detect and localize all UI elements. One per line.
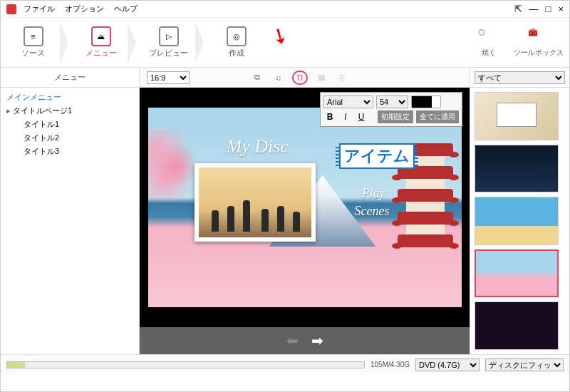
toolbox-button[interactable]: 🧰 ツールボックス [514, 28, 564, 58]
fontsize-select[interactable]: 54 [376, 96, 408, 108]
applyall-button[interactable]: 全てに適用 [416, 110, 459, 123]
item-textbox[interactable]: アイテム [339, 143, 415, 169]
disc-title[interactable]: My Disc [227, 136, 289, 158]
filter-select[interactable]: すべて [475, 71, 565, 84]
menubar: ファイル オプション ヘルプ [24, 4, 514, 14]
template-item[interactable] [475, 92, 559, 140]
minimize-icon[interactable]: — [529, 4, 539, 14]
chevron-icon [195, 21, 209, 64]
template-item[interactable] [475, 301, 559, 350]
template-panel: すべて [470, 68, 569, 354]
next-page-icon[interactable]: ➡ [311, 332, 323, 349]
window-buttons: ⇱ — □ × [514, 4, 564, 14]
image-icon: ⛰ [91, 26, 111, 46]
toolbar: ≡ ソース ⛰ メニュー ▷ プレビュー ◎ 作成 ➘ ⬡ 焼く 🧰 ツールボッ… [1, 18, 569, 68]
underline-button[interactable]: U [355, 110, 368, 123]
text-tool-icon[interactable]: TI [292, 71, 308, 85]
chevron-icon [128, 21, 142, 64]
close-icon[interactable]: × [558, 4, 564, 14]
burn-button[interactable]: ⬡ 焼く [478, 28, 499, 58]
template-filter: すべて [470, 68, 569, 88]
chevron-icon [60, 21, 74, 64]
step-create[interactable]: ◎ 作成 [209, 26, 263, 58]
video-thumbnail[interactable] [195, 163, 316, 242]
canvas-toolbar: 16:9 ⧉ ♫ TI ▦ ⎘ [140, 68, 470, 88]
play-icon: ▷ [159, 26, 179, 46]
tree-mainmenu[interactable]: メインメニュー [2, 91, 138, 104]
tree-titlepage[interactable]: タイトルページ1 [2, 104, 138, 118]
tree-title3[interactable]: タイトル3 [2, 145, 138, 158]
disc-type-select[interactable]: DVD (4.7G) [415, 359, 480, 371]
music-tool-icon[interactable]: ♫ [271, 71, 286, 85]
step-preview[interactable]: ▷ プレビュー [142, 26, 195, 58]
color-picker[interactable] [411, 96, 441, 108]
main: メニュー メインメニュー タイトルページ1 タイトル1 タイトル2 タイトル3 … [1, 68, 569, 354]
template-tool-icon[interactable]: ⎘ [335, 71, 351, 85]
template-item[interactable] [475, 249, 559, 298]
scenes-label[interactable]: Scenes [355, 204, 390, 219]
box-icon: ⬡ [478, 28, 499, 46]
maximize-icon[interactable]: □ [546, 4, 551, 14]
step-menu[interactable]: ⛰ メニュー [74, 26, 128, 58]
disc-icon: ◎ [227, 26, 247, 46]
menu-tree: メインメニュー タイトルページ1 タイトル1 タイトル2 タイトル3 [1, 88, 139, 161]
fit-select[interactable]: ディスクにフィット [485, 359, 564, 371]
italic-button[interactable]: I [339, 110, 352, 123]
bold-button[interactable]: B [323, 110, 336, 123]
titlebar: ファイル オプション ヘルプ ⇱ — □ × [1, 1, 569, 18]
menu-canvas[interactable]: My Disc Play Scenes アイテム [148, 108, 462, 307]
document-icon: ≡ [24, 26, 43, 46]
toolbox-icon: 🧰 [528, 28, 549, 46]
image-tool-icon[interactable]: ⧉ [249, 71, 265, 85]
chapter-tool-icon[interactable]: ▦ [314, 71, 329, 85]
blossom-graphic [148, 129, 198, 200]
tree-title2[interactable]: タイトル2 [2, 131, 138, 145]
size-progress [6, 361, 365, 368]
size-text: 105M/4.30G [370, 361, 410, 368]
app-icon [6, 4, 16, 14]
menu-help[interactable]: ヘルプ [114, 4, 138, 14]
text-format-panel: Arial 54 B I U 初期設定 全てに適用 [320, 92, 462, 127]
center: 16:9 ⧉ ♫ TI ▦ ⎘ Arial 54 B I U 初期設定 [140, 68, 470, 354]
sidebar-header: メニュー [1, 68, 139, 88]
reset-button[interactable]: 初期設定 [378, 110, 413, 123]
callout-arrow-icon: ➘ [266, 21, 294, 51]
prev-page-icon[interactable]: ⬅ [286, 332, 299, 349]
stage: Arial 54 B I U 初期設定 全てに適用 [140, 88, 470, 327]
page-nav: ⬅ ➡ [140, 327, 470, 354]
statusbar: 105M/4.30G DVD (4.7G) ディスクにフィット [1, 354, 569, 374]
play-label[interactable]: Play [362, 186, 385, 201]
template-item[interactable] [475, 197, 559, 245]
tree-title1[interactable]: タイトル1 [2, 118, 138, 131]
menu-option[interactable]: オプション [65, 4, 104, 14]
sidebar: メニュー メインメニュー タイトルページ1 タイトル1 タイトル2 タイトル3 [1, 68, 140, 354]
aspect-select[interactable]: 16:9 [147, 71, 190, 84]
template-item[interactable] [475, 145, 559, 193]
template-list [470, 88, 569, 354]
font-select[interactable]: Arial [323, 96, 373, 108]
step-source[interactable]: ≡ ソース [6, 26, 60, 58]
pin-icon[interactable]: ⇱ [514, 4, 522, 14]
menu-file[interactable]: ファイル [24, 4, 55, 14]
